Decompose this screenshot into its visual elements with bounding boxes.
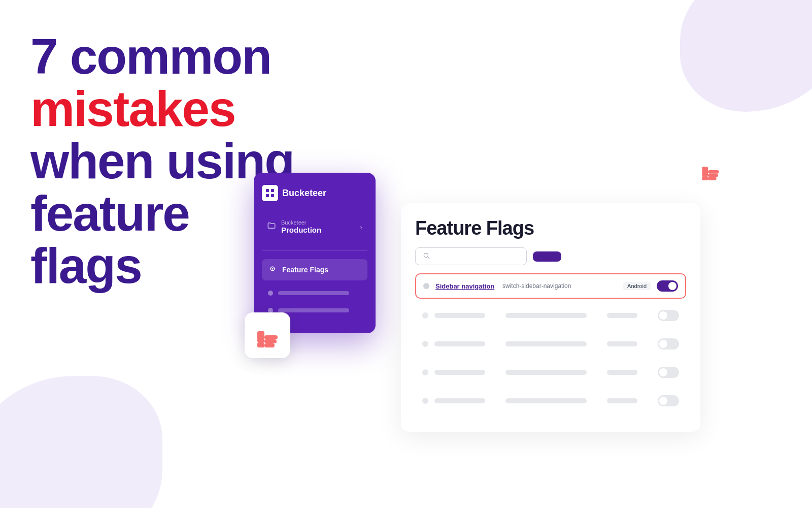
- ph-key-4: [505, 398, 587, 403]
- chevron-right-icon: ›: [360, 223, 362, 231]
- ff-placeholder-row-1: [415, 304, 686, 327]
- ph-tag-2: [607, 341, 637, 346]
- headline-mistakes: mistakes: [30, 81, 235, 137]
- project-label: Bucketeer: [281, 219, 321, 226]
- ff-row-name[interactable]: Sidebar navigation: [435, 282, 496, 290]
- svg-rect-7: [264, 335, 278, 339]
- headline-line3: flags: [30, 238, 142, 294]
- sidebar-divider: [262, 250, 367, 251]
- svg-rect-12: [708, 170, 719, 174]
- project-info: Bucketeer Production: [281, 219, 321, 234]
- logo-svg: [265, 188, 275, 198]
- ff-placeholder-row-3: [415, 361, 686, 384]
- svg-rect-2: [266, 194, 269, 197]
- ph-name-3: [434, 370, 485, 375]
- svg-rect-10: [257, 342, 264, 347]
- ff-row-key: switch-sidebar-navigation: [502, 282, 617, 290]
- folder-icon: [267, 221, 276, 233]
- ff-placeholder-row-4: [415, 389, 686, 412]
- sidebar-project-row[interactable]: Bucketeer Production ›: [262, 215, 367, 238]
- ff-row-tag: Android: [623, 282, 651, 290]
- ph-key-1: [505, 313, 587, 318]
- thumbs-down-icon-bottom: [252, 320, 283, 351]
- ff-toggle-off-2[interactable]: [658, 338, 679, 350]
- svg-rect-1: [271, 189, 274, 192]
- svg-rect-6: [257, 331, 264, 342]
- svg-rect-9: [264, 343, 275, 347]
- search-icon: [423, 252, 430, 261]
- svg-rect-0: [266, 189, 269, 192]
- ff-toggle-off-1[interactable]: [658, 310, 679, 321]
- placeholder-bar-1: [278, 291, 349, 295]
- svg-rect-15: [702, 176, 708, 180]
- svg-rect-13: [708, 174, 718, 177]
- feature-flags-icon: [268, 264, 277, 275]
- blob-bottom-left: [0, 376, 162, 508]
- ff-panel-search-row: [415, 247, 686, 265]
- ff-active-row[interactable]: Sidebar navigation switch-sidebar-naviga…: [415, 273, 686, 299]
- ph-name-4: [434, 398, 485, 403]
- feature-flags-nav-label: Feature Flags: [282, 266, 328, 274]
- svg-rect-11: [702, 167, 708, 176]
- ph-name-2: [434, 341, 485, 346]
- ph-dot-4: [422, 398, 428, 404]
- ph-key-2: [505, 341, 587, 346]
- ph-tag-4: [607, 398, 637, 403]
- svg-rect-3: [271, 194, 274, 197]
- ff-panel-title: Feature Flags: [415, 217, 686, 239]
- feature-flags-panel: Feature Flags Sidebar navigation switch-…: [401, 203, 700, 432]
- ff-placeholder-row-2: [415, 332, 686, 356]
- ph-dot-2: [422, 341, 428, 347]
- svg-line-17: [428, 257, 429, 259]
- thumbs-down-card-bottom: [245, 312, 290, 358]
- ff-toggle-off-3[interactable]: [658, 367, 679, 378]
- ph-tag-3: [607, 370, 637, 375]
- placeholder-dot-1: [268, 291, 273, 296]
- sidebar-card: Bucketeer Bucketeer Production › Feature…: [254, 173, 376, 333]
- sidebar-item-feature-flags[interactable]: Feature Flags: [262, 259, 367, 280]
- project-name: Production: [281, 226, 321, 234]
- sidebar-logo-text: Bucketeer: [282, 188, 326, 199]
- sidebar-logo: Bucketeer: [262, 185, 367, 201]
- svg-rect-8: [264, 339, 277, 343]
- placeholder-bar-2: [278, 308, 349, 312]
- svg-rect-14: [708, 177, 717, 180]
- headline-line1: 7 common: [30, 28, 271, 84]
- ff-search-box[interactable]: [415, 247, 527, 265]
- blob-top-right: [680, 0, 812, 112]
- ph-dot-1: [422, 312, 428, 319]
- ff-toggle-off-4[interactable]: [658, 395, 679, 406]
- ph-tag-1: [607, 313, 637, 318]
- ph-dot-3: [422, 369, 428, 375]
- add-feature-flag-button[interactable]: [533, 251, 561, 262]
- thumbs-down-svg-top: [698, 157, 723, 183]
- ph-key-3: [505, 370, 587, 375]
- svg-point-5: [272, 268, 274, 270]
- sidebar-placeholder-1: [262, 287, 367, 300]
- active-row-dot: [423, 283, 429, 289]
- ff-toggle-on[interactable]: [657, 280, 678, 292]
- ph-name-1: [434, 313, 485, 318]
- logo-icon: [262, 185, 278, 201]
- thumbs-down-icon-top-right: [690, 150, 731, 190]
